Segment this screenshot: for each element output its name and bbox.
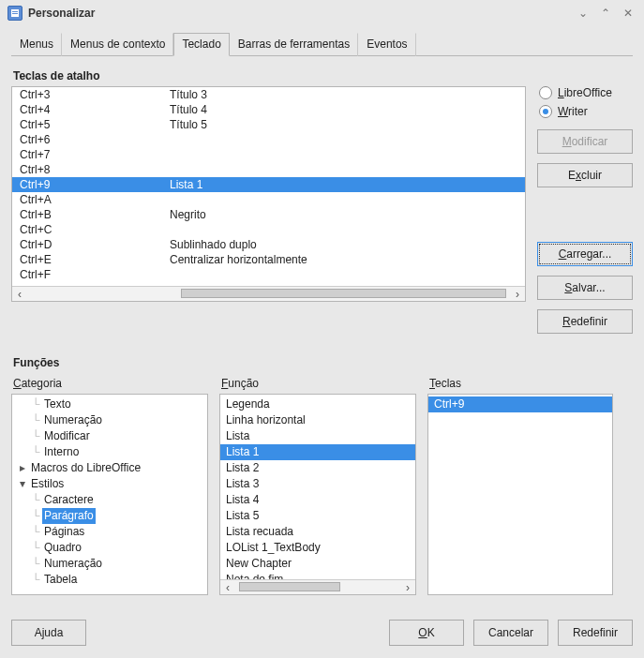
tab-menus[interactable]: Menus <box>11 33 62 56</box>
chevron-up-icon[interactable]: ⌃ <box>597 5 614 22</box>
shortcuts-label: Teclas de atalho <box>13 69 633 82</box>
keys-label: Teclas <box>429 377 613 390</box>
save-button[interactable]: Salvar... <box>537 276 633 300</box>
tab-toolbars[interactable]: Barras de ferramentas <box>230 33 358 56</box>
list-item[interactable]: Legenda <box>220 396 415 412</box>
scope-radio-group: LibreOffice Writer <box>537 86 633 118</box>
close-icon[interactable]: ✕ <box>620 5 637 22</box>
svg-rect-1 <box>12 11 18 12</box>
delete-button[interactable]: Excluir <box>537 163 633 187</box>
function-label: Função <box>221 377 416 390</box>
scroll-thumb[interactable] <box>239 582 340 591</box>
shortcut-row[interactable]: Ctrl+4Título 4 <box>12 102 525 117</box>
tab-context-menus[interactable]: Menus de contexto <box>62 33 173 56</box>
list-item[interactable]: Lista <box>220 428 415 444</box>
shortcut-row[interactable]: Ctrl+F <box>12 267 525 282</box>
radio-icon <box>539 105 552 118</box>
keys-list[interactable]: Ctrl+9 <box>427 394 613 595</box>
list-item[interactable]: New Chapter <box>220 556 415 572</box>
function-list[interactable]: LegendaLinha horizontalListaLista 1Lista… <box>219 394 416 595</box>
shortcut-list[interactable]: Ctrl+3Título 3Ctrl+4Título 4Ctrl+5Título… <box>11 86 526 302</box>
functions-label: Funções <box>13 356 633 369</box>
tree-item[interactable]: └Modificar <box>12 428 207 444</box>
list-item[interactable]: LOList 1_TextBody <box>220 540 415 556</box>
radio-libreoffice[interactable]: LibreOffice <box>539 86 633 99</box>
radio-label: Writer <box>558 105 588 118</box>
tree-item[interactable]: └Interno <box>12 444 207 460</box>
reset-button[interactable]: Redefinir <box>537 309 633 334</box>
help-button[interactable]: Ajuda <box>11 620 86 646</box>
shortcut-row[interactable]: Ctrl+BNegrito <box>12 207 525 222</box>
tab-bar: Menus Menus de contexto Teclado Barras d… <box>11 32 633 56</box>
shortcut-row[interactable]: Ctrl+ECentralizar horizontalmente <box>12 252 525 267</box>
list-item[interactable]: Lista 1 <box>220 444 415 460</box>
tab-keyboard[interactable]: Teclado <box>173 33 229 56</box>
scroll-right-icon[interactable]: › <box>510 287 525 301</box>
list-item[interactable]: Lista 2 <box>220 460 415 476</box>
shortcut-row[interactable]: Ctrl+DSublinhado duplo <box>12 237 525 252</box>
window-title: Personalizar <box>28 7 95 20</box>
scroll-left-icon[interactable]: ‹ <box>12 287 27 301</box>
radio-icon <box>539 86 552 99</box>
list-item[interactable]: Lista 3 <box>220 476 415 492</box>
scroll-thumb[interactable] <box>181 289 506 298</box>
category-tree[interactable]: └Texto└Numeração└Modificar└Interno▸Macro… <box>11 394 208 595</box>
cancel-button[interactable]: Cancelar <box>473 620 548 646</box>
shortcut-row[interactable]: Ctrl+7 <box>12 147 525 162</box>
shortcut-row[interactable]: Ctrl+8 <box>12 162 525 177</box>
list-item[interactable]: Lista 5 <box>220 508 415 524</box>
shortcut-row[interactable]: Ctrl+5Título 5 <box>12 117 525 132</box>
modify-button: Modificar <box>537 129 633 154</box>
category-label: Categoria <box>13 377 208 390</box>
ok-button[interactable]: OK <box>389 620 464 646</box>
svg-rect-2 <box>12 13 18 14</box>
titlebar: Personalizar ⌄ ⌃ ✕ <box>0 0 644 26</box>
shortcut-row[interactable]: Ctrl+A <box>12 192 525 207</box>
tree-item[interactable]: └Caractere <box>12 492 207 508</box>
tree-item[interactable]: ▾Estilos <box>12 476 207 492</box>
list-item[interactable]: Lista recuada <box>220 524 415 540</box>
list-item[interactable]: Ctrl+9 <box>428 396 612 412</box>
load-button[interactable]: Carregar... <box>537 242 633 266</box>
radio-writer[interactable]: Writer <box>539 105 633 118</box>
tree-item[interactable]: └Tabela <box>12 572 207 588</box>
list-item[interactable]: Lista 4 <box>220 492 415 508</box>
tree-item[interactable]: ▸Macros do LibreOffice <box>12 460 207 476</box>
app-icon <box>7 6 22 21</box>
tree-item[interactable]: └Numeração <box>12 412 207 428</box>
tree-item[interactable]: └Quadro <box>12 540 207 556</box>
hscrollbar[interactable]: ‹ › <box>220 579 415 594</box>
list-item[interactable]: Linha horizontal <box>220 412 415 428</box>
shortcut-row[interactable]: Ctrl+6 <box>12 132 525 147</box>
scroll-left-icon[interactable]: ‹ <box>220 580 235 594</box>
tree-item[interactable]: └Numeração <box>12 556 207 572</box>
dialog-footer: Ajuda OK Cancelar Redefinir <box>0 605 644 646</box>
chevron-down-icon[interactable]: ⌄ <box>575 5 592 22</box>
shortcut-row[interactable]: Ctrl+C <box>12 222 525 237</box>
shortcut-row[interactable]: Ctrl+3Título 3 <box>12 87 525 102</box>
list-item[interactable]: Nota de fim <box>220 572 415 579</box>
scroll-right-icon[interactable]: › <box>400 580 415 594</box>
radio-label: LibreOffice <box>558 86 612 99</box>
footer-reset-button[interactable]: Redefinir <box>558 620 633 646</box>
shortcut-row[interactable]: Ctrl+9Lista 1 <box>12 177 525 192</box>
hscrollbar[interactable]: ‹ › <box>12 286 525 301</box>
tree-item[interactable]: └Texto <box>12 396 207 412</box>
tree-item[interactable]: └Parágrafo <box>12 508 207 524</box>
tree-item[interactable]: └Páginas <box>12 524 207 540</box>
tab-events[interactable]: Eventos <box>358 33 415 56</box>
